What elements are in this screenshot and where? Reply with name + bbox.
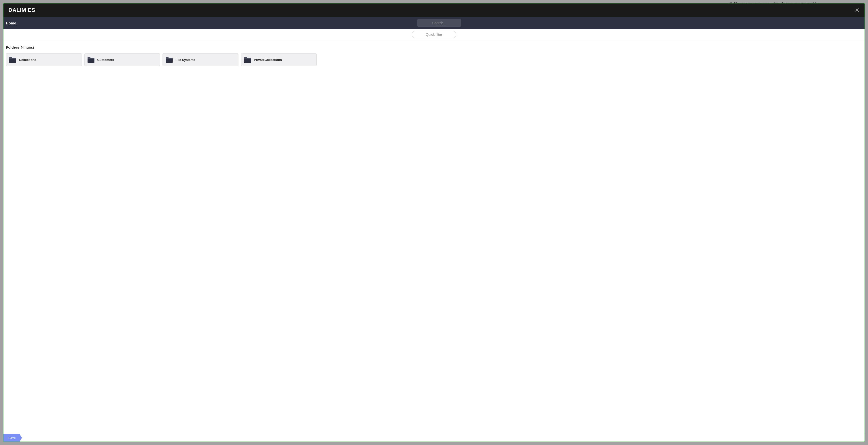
section-title: Folders [6, 45, 19, 49]
folder-customers[interactable]: Customers [84, 53, 160, 66]
close-icon [856, 8, 859, 12]
folder-icon [9, 57, 17, 63]
section-count: (4 items) [21, 46, 34, 49]
breadcrumb-label: Home [8, 436, 16, 439]
folder-icon [165, 57, 173, 63]
filter-bar [3, 29, 865, 40]
folder-collections[interactable]: Collections [6, 53, 82, 66]
folder-icon [244, 57, 251, 63]
folders-section-header: Folders (4 items) [6, 45, 862, 49]
breadcrumb-home[interactable]: Home [3, 434, 20, 442]
folder-file-systems[interactable]: File Systems [162, 53, 239, 66]
quick-filter-input[interactable] [412, 31, 456, 38]
folder-label: File Systems [176, 58, 195, 62]
folder-grid: Collections Customers File Systems [6, 53, 317, 66]
breadcrumb-bar: Home [3, 434, 865, 442]
folder-icon [87, 57, 95, 63]
nav-home-label[interactable]: Home [6, 21, 16, 25]
folder-label: PrivateCollections [254, 58, 282, 62]
content-area: Folders (4 items) Collections Customers [3, 40, 865, 434]
app-title: DALIM ES [8, 7, 35, 13]
folder-label: Customers [97, 58, 114, 62]
close-button[interactable] [855, 8, 860, 12]
title-bar: DALIM ES [3, 3, 865, 17]
folder-label: Collections [19, 58, 36, 62]
nav-bar: Home [3, 17, 865, 29]
search-input[interactable] [417, 19, 461, 27]
dalim-es-modal: DALIM ES Home Folders (4 items) [3, 3, 865, 442]
folder-private-collections[interactable]: PrivateCollections [241, 53, 317, 66]
